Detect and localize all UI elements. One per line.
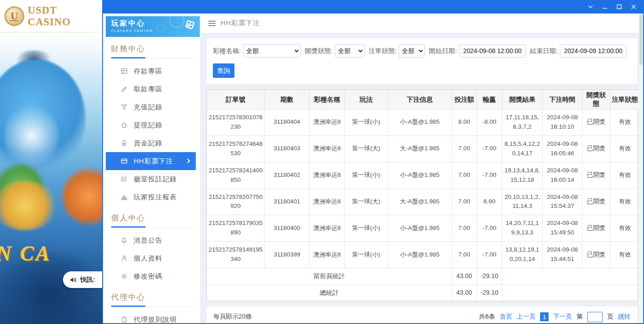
- jump-suffix-label: 页: [607, 313, 613, 321]
- cell-bet-time: 2024-09-08 15:44:51: [543, 242, 582, 268]
- start-date-input[interactable]: [459, 45, 526, 58]
- next-page-link[interactable]: 下一页: [553, 313, 572, 321]
- cell-order-status: 有效: [610, 162, 640, 189]
- content: 彩種名稱: 全部 開獎狀態: 全部 注單狀態: 全部: [201, 33, 643, 323]
- sidebar-item-funds-record[interactable]: 資金記錄: [106, 134, 196, 152]
- sidebar-item-withdrawal-record[interactable]: 提現記錄: [106, 116, 196, 134]
- jump-prefix-label: 第: [576, 313, 583, 321]
- menu-hamburger-icon[interactable]: [208, 21, 216, 26]
- end-date-input[interactable]: [560, 45, 626, 58]
- player-center-header: 玩家中心 PLAYERS CENTER: [106, 16, 200, 37]
- sidebar-item-player-bet-report[interactable]: 玩家投注報表: [106, 188, 196, 206]
- cell-draw-status: 已開獎: [582, 162, 610, 189]
- lottery-name-select[interactable]: 全部: [243, 44, 301, 58]
- col-header: 注單狀態: [610, 90, 640, 109]
- cell-bet-amount: 7.00: [452, 162, 477, 189]
- first-page-link[interactable]: 首页: [500, 313, 512, 321]
- col-header: 開獎狀態: [582, 90, 610, 109]
- cell-bet-time: 2024-09-08 15:54:37: [543, 189, 582, 215]
- scrollbar-track[interactable]: [639, 14, 643, 323]
- table-row: 2152172578179035890 31180400 澳洲幸运8 第一球(小…: [207, 215, 640, 242]
- window-titlebar: [103, 0, 643, 14]
- sidebar-item-label: 提現記錄: [134, 121, 162, 130]
- sidebar-item-label: 存款專區: [134, 67, 162, 76]
- cell-bet-info: 大-A盤@1.985: [388, 189, 452, 215]
- col-header: 開獎結果: [502, 90, 543, 109]
- sidebar-item-agent-rules[interactable]: 代理規則說明: [106, 310, 196, 323]
- sidebar-item-deposit-zone[interactable]: 存款專區: [106, 62, 196, 80]
- sidebar-item-recharge-record[interactable]: 充值記錄: [106, 98, 196, 116]
- cell-winloss: -8.00: [477, 109, 502, 136]
- section-title-agent: 代理中心: [111, 292, 195, 307]
- cell-bet-time: 2024-09-08 16:10:10: [543, 109, 582, 136]
- cell-lottery: 澳洲幸运8: [310, 135, 345, 162]
- col-header: 投注額: [452, 90, 477, 109]
- cell-lottery: 澳洲幸运8: [310, 242, 345, 268]
- sidebar: 玩家中心 PLAYERS CENTER 財務中心 存款專區: [103, 14, 201, 323]
- draw-status-select[interactable]: 全部: [335, 44, 365, 58]
- sidebar-item-change-password[interactable]: 修改密碼: [106, 267, 196, 285]
- scrollbar-thumb[interactable]: [639, 14, 643, 65]
- grand-total-winloss: -29.10: [477, 284, 502, 301]
- sidebar-item-hh-lottery-bets[interactable]: HH彩票下注: [106, 152, 196, 170]
- table-row: 2152172578274648530 31180403 澳洲幸运8 第一球(大…: [207, 135, 640, 162]
- sidebar-item-room-bet-record[interactable]: 廳室投註記錄: [106, 170, 196, 188]
- quick-news-button[interactable]: 快訊:: [63, 271, 102, 288]
- cell-result: 8,15,5,4,12,20,14,17: [502, 135, 543, 162]
- sidebar-item-label: 玩家投注報表: [134, 193, 177, 202]
- cell-playtype: 第一球(大): [345, 189, 388, 215]
- cell-bet-info: 小-A盤@1.985: [388, 109, 452, 136]
- sidebar-item-withdraw-zone[interactable]: 取款專區: [106, 80, 196, 98]
- cell-period: 31180400: [265, 215, 310, 242]
- col-header: 下注信息: [388, 90, 452, 109]
- cell-lottery: 澳洲幸运8: [310, 109, 345, 136]
- grand-total-label: 總統計: [207, 284, 452, 301]
- minimize-icon[interactable]: [598, 1, 612, 12]
- cell-order-status: 有效: [610, 189, 640, 215]
- cell-period: 31180404: [265, 109, 310, 136]
- table-row: 2152172578241400850 31180402 澳洲幸运8 第一球(小…: [207, 162, 640, 189]
- pen-icon: [121, 86, 128, 93]
- player-center-subtitle: PLAYERS CENTER: [111, 29, 194, 33]
- coin-letter: U: [10, 10, 18, 22]
- prev-page-link[interactable]: 上一页: [517, 313, 536, 321]
- col-header: 下注時間: [543, 90, 582, 109]
- table-row: 2152172578301076230 31180404 澳洲幸运8 第一球(小…: [207, 109, 640, 136]
- maximize-icon[interactable]: [612, 1, 626, 12]
- sidebar-item-announcements[interactable]: 消息公告: [106, 231, 196, 249]
- page-total-bet: 43.00: [452, 268, 477, 285]
- sidebar-item-label: HH彩票下注: [134, 157, 173, 166]
- table-header-row: 訂單號 期數 彩種名稱 玩法 下注信息 投注額 輸贏 開獎結果 下注時間 開獎狀…: [207, 90, 640, 109]
- ticket-icon: [121, 158, 128, 165]
- cell-winloss: -7.00: [477, 135, 502, 162]
- order-status-label: 注單狀態:: [369, 47, 396, 55]
- bets-table: 訂單號 期數 彩種名稱 玩法 下注信息 投注額 輸贏 開獎結果 下注時間 開獎狀…: [207, 90, 640, 301]
- cell-order-status: 有效: [610, 215, 640, 242]
- cell-draw-status: 已開獎: [582, 189, 610, 215]
- brand-logo: U USDT CASINO: [0, 0, 102, 32]
- document-icon: [121, 316, 128, 323]
- order-status-select[interactable]: 全部: [399, 44, 425, 58]
- jump-button[interactable]: 跳转: [618, 313, 630, 321]
- chevron-right-icon: [186, 159, 190, 163]
- bubble-decoration: [157, 24, 165, 32]
- cell-period: 31180401: [265, 189, 310, 215]
- bets-table-card: 訂單號 期數 彩種名稱 玩法 下注信息 投注額 輸贏 開獎結果 下注時間 開獎狀…: [206, 89, 638, 302]
- page-total-row: 當前頁統計 43.00 -29.10: [207, 268, 640, 285]
- page-title: HH彩票下注: [221, 19, 260, 27]
- search-button[interactable]: 查詢: [213, 63, 234, 78]
- pagination-bar: 每頁顯示20條 共6条 首页 上一页 1 下一页 第 页 跳转: [206, 306, 638, 323]
- home-icon: [121, 122, 128, 129]
- funnel-icon: [121, 104, 128, 111]
- page-jump-input[interactable]: [587, 312, 603, 322]
- sidebar-item-profile[interactable]: 個人資料: [106, 249, 196, 267]
- chevron-down-icon[interactable]: [584, 1, 597, 12]
- current-page-badge: 1: [540, 312, 549, 321]
- cell-order-id: 2152172578207750920: [207, 189, 265, 215]
- table-row: 2152172578149195340 31180399 澳洲幸运8 第一球(小…: [207, 242, 640, 268]
- cell-draw-status: 已開獎: [582, 109, 610, 136]
- col-header: 玩法: [345, 90, 388, 109]
- close-icon[interactable]: [627, 1, 640, 12]
- cell-lottery: 澳洲幸运8: [310, 215, 345, 242]
- topbar: HH彩票下注: [201, 14, 643, 33]
